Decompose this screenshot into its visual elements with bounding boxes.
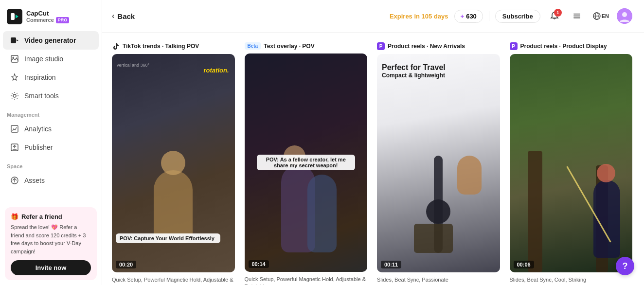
space-section-label: Space: [0, 157, 102, 171]
sidebar: CapCut Commerce PRO Video generator Imag…: [0, 0, 102, 285]
video-card-4-category: Product reels · Product Display: [520, 43, 607, 50]
video-card-2[interactable]: Beta Text overlay · POV POV: As a fellow…: [245, 42, 368, 285]
video-overlay-1: POV: Capture Your World Effortlessly: [116, 233, 220, 243]
invite-button[interactable]: Invite now: [11, 260, 91, 275]
main-content: ‹ Back Expires in 105 days + 630 Subscri…: [102, 0, 644, 285]
svg-rect-2: [11, 37, 16, 43]
video-card-1-header: TikTok trends · Talking POV: [112, 42, 235, 50]
video-desc-4: Slides, Beat Sync, Cool, Striking: [510, 276, 633, 284]
brand-name: CapCut Commerce PRO: [26, 10, 69, 24]
subscribe-button[interactable]: Subscribe: [495, 10, 540, 23]
image-studio-icon: [10, 54, 19, 64]
expires-text: Expires in 105 days: [390, 13, 448, 20]
credits-plus-icon: +: [461, 13, 465, 20]
svg-rect-0: [11, 13, 15, 20]
video-card-2-header: Beta Text overlay · POV: [245, 42, 368, 50]
topbar: ‹ Back Expires in 105 days + 630 Subscri…: [102, 0, 644, 33]
language-button[interactable]: EN: [591, 8, 611, 24]
rotation-label: rotation.: [204, 67, 229, 74]
video-thumb-2: POV: As a fellow creator, let me share m…: [245, 53, 368, 272]
pro-badge: PRO: [56, 17, 70, 23]
video-card-3-header: P Product reels · New Arrivals: [377, 42, 500, 50]
nav-publisher-label: Publisher: [24, 143, 53, 151]
logo-text: CapCut Commerce PRO: [26, 10, 69, 24]
video-card-2-category: Text overlay · POV: [264, 43, 315, 50]
topbar-right: Expires in 105 days + 630 Subscribe 1 EN: [390, 8, 632, 24]
back-button[interactable]: ‹ Back: [112, 12, 135, 20]
nav-video-generator[interactable]: Video generator: [3, 31, 99, 50]
refer-title: 🎁 Refer a friend: [11, 213, 91, 220]
back-label: Back: [117, 12, 135, 20]
product-badge-4: P: [510, 42, 518, 50]
svg-marker-3: [17, 39, 18, 41]
nav-assets-label: Assets: [24, 177, 45, 184]
svg-rect-12: [573, 16, 580, 17]
svg-rect-7: [11, 125, 18, 132]
nav-publisher[interactable]: Publisher: [3, 138, 99, 157]
logo: CapCut Commerce PRO: [0, 6, 102, 31]
nav-image-studio[interactable]: Image studio: [3, 50, 99, 68]
notification-badge: 1: [554, 9, 562, 17]
main-nav: Video generator Image studio Inspiration…: [0, 31, 102, 105]
language-code: EN: [602, 13, 609, 19]
svg-point-18: [622, 12, 627, 17]
nav-analytics[interactable]: Analytics: [3, 120, 99, 138]
video-duration-4: 00:06: [514, 261, 534, 268]
video-card-1[interactable]: TikTok trends · Talking POV vertical and…: [112, 42, 235, 285]
video-desc-3: Slides, Beat Sync, Passionate: [377, 276, 500, 284]
nav-inspiration[interactable]: Inspiration: [3, 68, 99, 87]
divider: [489, 11, 489, 21]
video-card-3[interactable]: P Product reels · New Arrivals Perfect f…: [377, 42, 500, 285]
svg-point-5: [13, 57, 14, 58]
video-card-4[interactable]: P Product reels · Product Display 00:06 …: [510, 42, 633, 285]
svg-marker-1: [16, 15, 18, 18]
logo-icon: [7, 9, 22, 24]
video-desc-1: Quick Setup, Powerful Magnetic Hold, Adj…: [112, 276, 235, 285]
credits-value: 630: [466, 13, 477, 20]
user-avatar[interactable]: [617, 8, 632, 24]
video-overlay-2: POV: As a fellow creator, let me share m…: [257, 155, 355, 170]
analytics-icon: [10, 124, 19, 134]
video-duration-2: 00:14: [249, 260, 269, 268]
inspiration-icon: [10, 72, 19, 82]
management-section-label: Management: [0, 105, 102, 120]
notification-button[interactable]: 1: [546, 8, 563, 24]
video-generator-icon: [10, 36, 19, 45]
brand-sub: Commerce PRO: [26, 17, 69, 23]
video-grid: TikTok trends · Talking POV vertical and…: [102, 33, 644, 285]
video-duration-1: 00:20: [116, 261, 136, 268]
menu-button[interactable]: [569, 8, 585, 24]
refer-description: Spread the love! 💖 Refer a friend and sc…: [11, 223, 91, 255]
credits-button[interactable]: + 630: [454, 10, 483, 23]
video-thumb-3: Perfect for Travel Compact & lightweight…: [377, 54, 500, 272]
nav-smart-tools-label: Smart tools: [24, 92, 59, 100]
topbar-left: ‹ Back: [112, 12, 135, 20]
video-thumb-1: vertical and 360° rotation. POV: Capture…: [112, 54, 235, 272]
video-card-1-category: TikTok trends · Talking POV: [123, 43, 199, 50]
nav-analytics-label: Analytics: [24, 125, 52, 133]
nav-smart-tools[interactable]: Smart tools: [3, 87, 99, 105]
video-thumb-4: 00:06: [510, 54, 633, 272]
svg-point-6: [13, 94, 16, 97]
beta-badge: Beta: [245, 42, 261, 50]
svg-rect-11: [573, 14, 580, 15]
brand-commerce: Commerce: [26, 17, 54, 23]
video-card-4-header: P Product reels · Product Display: [510, 42, 633, 50]
refer-card: 🎁 Refer a friend Spread the love! 💖 Refe…: [5, 207, 97, 280]
nav-assets[interactable]: Assets: [3, 171, 99, 190]
back-arrow-icon: ‹: [112, 12, 114, 20]
nav-video-generator-label: Video generator: [24, 36, 76, 44]
svg-rect-13: [573, 18, 580, 18]
product-heading-3: Perfect for Travel Compact & lightweight: [382, 63, 495, 79]
video-duration-3: 00:11: [381, 261, 401, 268]
help-button[interactable]: ?: [616, 257, 634, 275]
product-badge-3: P: [377, 42, 385, 50]
video-desc-2: Quick Setup, Powerful Magnetic Hold, Adj…: [245, 276, 368, 285]
refer-emoji: 🎁: [11, 213, 18, 220]
rotation-text: vertical and 360°: [117, 63, 149, 68]
video-card-3-category: Product reels · New Arrivals: [388, 43, 465, 50]
smart-tools-icon: [10, 91, 19, 101]
nav-inspiration-label: Inspiration: [24, 73, 56, 81]
assets-icon: [10, 176, 19, 185]
tiktok-icon: [112, 42, 120, 50]
